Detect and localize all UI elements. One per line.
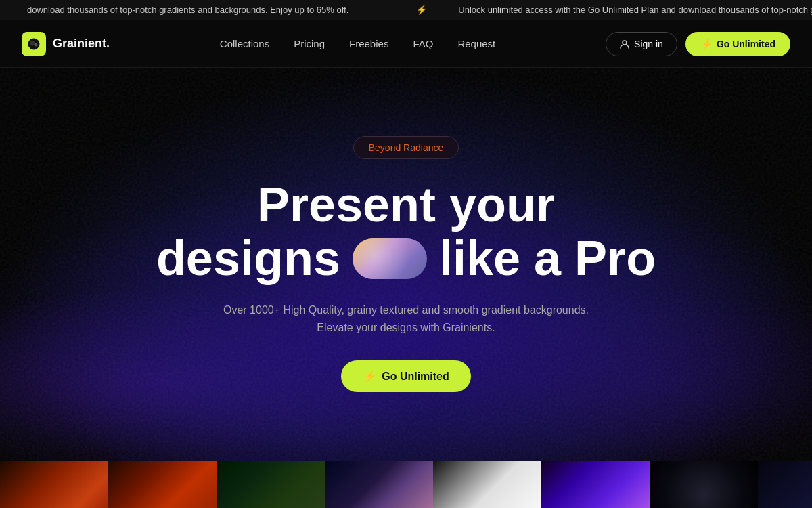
bolt-icon-nav: ⚡ [700,39,712,49]
logo[interactable]: Grainient. [22,32,110,56]
thumbnail-2[interactable] [108,461,217,508]
svg-point-3 [623,41,627,45]
thumbnail-strip [0,461,812,508]
nav-link-faq[interactable]: FAQ [413,38,433,49]
nav-item-freebies[interactable]: Freebies [349,38,388,50]
announce-text-2: ⚡ Unlock unlimited access with the Go Un… [389,5,812,15]
nav-link-freebies[interactable]: Freebies [349,38,388,49]
nav-links: Collections Pricing Freebies FAQ Request [220,38,495,50]
thumbnail-4[interactable] [325,461,433,508]
thumbnail-3[interactable] [217,461,325,508]
nav-item-request[interactable]: Request [457,38,495,50]
user-icon [620,39,629,49]
go-unlimited-button-nav[interactable]: ⚡ Go Unlimited [685,32,790,56]
thumbnail-7[interactable] [650,461,758,508]
thumbnail-5[interactable] [433,461,541,508]
nav-item-faq[interactable]: FAQ [413,38,433,50]
go-unlimited-button-hero[interactable]: ⚡ Go Unlimited [341,360,471,392]
thumbnail-8[interactable] [758,461,812,508]
nav-item-collections[interactable]: Collections [220,38,269,50]
bolt-icon-announce: ⚡ [403,5,441,15]
hero-badge: Beyond Radiance [353,136,459,159]
nav-link-pricing[interactable]: Pricing [294,38,325,49]
gradient-pill-decoration [353,238,427,279]
svg-point-1 [30,41,35,45]
signin-button[interactable]: Sign in [606,32,677,56]
hero-subtitle: Over 1000+ High Quality, grainy textured… [223,301,589,336]
bolt-icon-hero: ⚡ [363,370,376,383]
thumbnail-6[interactable] [541,461,650,508]
hero-title: Present your designs like a Pro [156,178,656,285]
hero-title-like-a-pro: like a Pro [439,232,656,285]
nav-link-request[interactable]: Request [457,38,495,49]
logo-icon [22,32,46,56]
hero-title-line1: Present your [156,178,656,232]
nav-item-pricing[interactable]: Pricing [294,38,325,50]
logo-svg [27,37,41,51]
announce-text-1: download thousands of top-notch gradient… [0,5,376,15]
nav-actions: Sign in ⚡ Go Unlimited [606,32,790,56]
hero-title-line2: designs like a Pro [156,232,656,285]
hero-title-designs: designs [156,232,340,285]
svg-point-2 [35,43,38,46]
logo-text: Grainient. [53,37,110,51]
navbar: Grainient. Collections Pricing Freebies … [0,20,812,68]
nav-link-collections[interactable]: Collections [220,38,269,49]
hero-section: Beyond Radiance Present your designs lik… [0,68,812,461]
thumbnail-1[interactable] [0,461,108,508]
announce-bar: download thousands of top-notch gradient… [0,0,812,20]
hero-badge-text: Beyond Radiance [369,142,444,153]
